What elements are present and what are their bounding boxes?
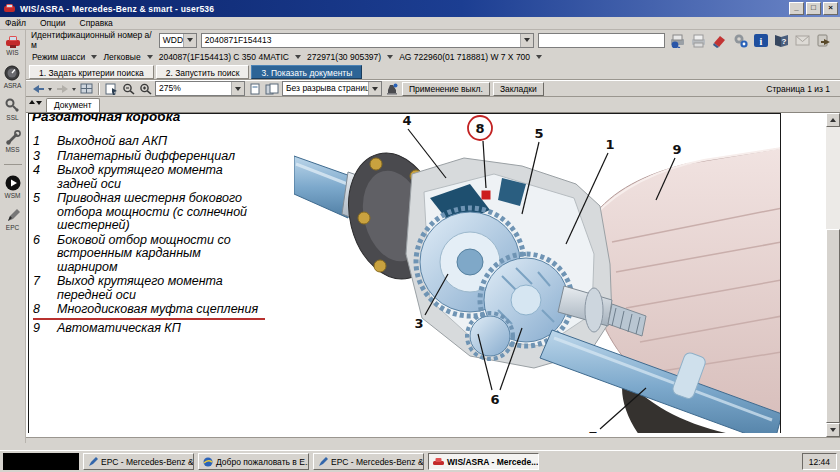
- sidebar-item-ssl[interactable]: SSL: [5, 98, 21, 121]
- vertical-scrollbar[interactable]: [826, 113, 840, 437]
- forward-icon[interactable]: [55, 82, 69, 96]
- exit-icon[interactable]: [815, 33, 832, 48]
- callout-6: 6: [490, 392, 499, 407]
- step-show-documents[interactable]: 3. Показать документы: [251, 65, 362, 79]
- callout-7: 7: [588, 429, 597, 433]
- start-button[interactable]: [3, 453, 79, 470]
- sidebar-item-wis[interactable]: WIS: [4, 34, 22, 56]
- menu-help[interactable]: Справка: [80, 18, 113, 28]
- zoom-in-icon[interactable]: [138, 82, 152, 96]
- tile-windows-icon[interactable]: [79, 82, 93, 96]
- zoom-out-icon[interactable]: [121, 82, 135, 96]
- taskbar-clock: 12:44: [802, 453, 837, 470]
- legend-item: 7Выход крутящего момента передней оси: [33, 275, 265, 302]
- single-page-icon[interactable]: [248, 82, 262, 96]
- toolbar-divider: [98, 83, 99, 95]
- chassis-engine[interactable]: 272971(30 905397): [307, 52, 381, 62]
- chevron-down-icon[interactable]: [387, 55, 393, 62]
- chevron-down-icon[interactable]: [91, 55, 97, 62]
- select-area-icon[interactable]: [104, 82, 118, 96]
- print-preview-icon[interactable]: [669, 33, 686, 48]
- close-button[interactable]: ×: [823, 2, 838, 15]
- callout-3: 3: [414, 316, 423, 331]
- scrollbar-thumb[interactable]: [826, 229, 840, 423]
- chevron-down-icon[interactable]: [231, 82, 244, 95]
- legend-item: 3Планетарный дифференциал: [33, 150, 265, 164]
- sidebar-label-wis: WIS: [6, 49, 18, 56]
- sidebar-item-epc[interactable]: EPC: [5, 208, 21, 231]
- menu-file[interactable]: Файл: [5, 18, 26, 28]
- scroll-down-icon[interactable]: [826, 423, 840, 437]
- chevron-down-icon[interactable]: [536, 55, 542, 62]
- step-run-search[interactable]: 2. Запустить поиск: [156, 65, 250, 79]
- back-icon[interactable]: [31, 82, 45, 96]
- sidebar-item-wsm[interactable]: WSM: [5, 175, 21, 199]
- stamp-hand-icon[interactable]: [385, 82, 399, 96]
- settings-gears-icon[interactable]: [732, 33, 749, 48]
- printer-icon[interactable]: [690, 33, 707, 48]
- splitter-arrows-icon[interactable]: [29, 97, 42, 108]
- menu-options[interactable]: Опции: [40, 18, 66, 28]
- callout-9: 9: [672, 142, 681, 157]
- sidebar-item-asra[interactable]: ASRA: [4, 65, 22, 89]
- vin-value: 2040871F154413: [202, 34, 520, 47]
- taskbar-item-wis-asra[interactable]: WIS/ASRA - Mercede...: [428, 453, 539, 470]
- vin-label: Идентификационный номер а/м: [31, 30, 155, 50]
- legend-item: 4Выход крутящего момента задней оси: [33, 164, 265, 191]
- vin-prefix-value: WDD: [160, 34, 183, 47]
- pen-icon: [5, 208, 21, 223]
- taskbar-item-epc-2[interactable]: EPC - Mercedes-Benz & s...: [313, 453, 424, 470]
- page-break-combobox[interactable]: Без разрыва страниц: [282, 81, 382, 96]
- car-icon: [4, 34, 22, 48]
- sidebar-label-wsm: WSM: [5, 192, 21, 199]
- window-bottom-strip: [26, 437, 840, 443]
- info-icon[interactable]: i: [753, 33, 769, 48]
- help-book-icon[interactable]: ?: [773, 33, 790, 48]
- gauge-icon: [4, 65, 20, 81]
- chevron-down-icon[interactable]: [368, 82, 381, 95]
- step-define-criteria[interactable]: 1. Задать критерии поиска: [29, 65, 154, 79]
- window-title: WIS/ASRA - Mercedes-Benz & smart - user5…: [20, 4, 214, 14]
- vin-prefix-combobox[interactable]: WDD: [159, 33, 197, 48]
- chevron-down-icon[interactable]: [520, 34, 533, 47]
- sidebar-divider: [4, 164, 22, 165]
- chevron-down-icon[interactable]: [295, 55, 301, 62]
- transfer-case-illustration: 4 8 5 1 9 3 6 7: [294, 114, 781, 433]
- vin-combobox[interactable]: 2040871F154413: [201, 33, 534, 48]
- chassis-transmission[interactable]: AG 722960(01 718881) W 7 X 700: [399, 52, 530, 62]
- forward-history-chevron-icon[interactable]: [72, 88, 76, 93]
- taskbar-item-welcome[interactable]: Добро пожаловать в E...: [198, 453, 309, 470]
- document-panel: Раздаточная коробка 1Выходной вал АКП 3П…: [26, 112, 840, 437]
- document-area: Документ Раздаточная коробка 1Выходной в…: [26, 97, 840, 443]
- apply-toggle-button[interactable]: Применение выкл.: [402, 82, 490, 96]
- chassis-class[interactable]: Легковые: [103, 52, 140, 62]
- tab-document[interactable]: Документ: [46, 98, 100, 112]
- secondary-field[interactable]: [538, 33, 665, 48]
- back-history-chevron-icon[interactable]: [48, 88, 52, 93]
- car-icon: [433, 457, 444, 466]
- legend-item: 5Приводная шестерня бокового отбора мощн…: [33, 192, 265, 233]
- bookmarks-button[interactable]: Закладки: [493, 82, 544, 96]
- eraser-icon[interactable]: [711, 33, 728, 48]
- sidebar-label-mss: MSS: [5, 146, 19, 153]
- viewer-toolbar: 275% Без разрыва страниц Применение выкл…: [26, 80, 840, 97]
- zoom-level-combobox[interactable]: 275%: [155, 81, 245, 96]
- chassis-row: Режим шасси Легковые 204087(1F154413) C …: [26, 50, 840, 64]
- facing-pages-icon[interactable]: [265, 82, 279, 96]
- sidebar-item-mss[interactable]: MSS: [5, 130, 21, 153]
- svg-text:?: ?: [782, 36, 787, 45]
- legend-list: 1Выходной вал АКП 3Планетарный дифференц…: [33, 135, 265, 335]
- chassis-model[interactable]: 204087(1F154413) C 350 4MATIC: [159, 52, 289, 62]
- maximize-button[interactable]: □: [806, 2, 821, 15]
- title-bar: WIS/ASRA - Mercedes-Benz & smart - user5…: [0, 0, 840, 17]
- legend-item: 1Выходной вал АКП: [33, 135, 265, 149]
- legend-item: 6Боковой отбор мощности со встроенным ка…: [33, 234, 265, 275]
- scroll-up-icon[interactable]: [826, 113, 840, 127]
- chevron-down-icon[interactable]: [147, 55, 153, 62]
- minimize-button[interactable]: _: [789, 2, 804, 15]
- mail-icon[interactable]: [794, 33, 811, 47]
- chevron-down-icon[interactable]: [183, 34, 196, 47]
- app-icon-strip: i ?: [669, 33, 840, 48]
- taskbar-item-epc-1[interactable]: EPC - Mercedes-Benz & s...: [83, 453, 194, 470]
- key-icon: [5, 98, 21, 113]
